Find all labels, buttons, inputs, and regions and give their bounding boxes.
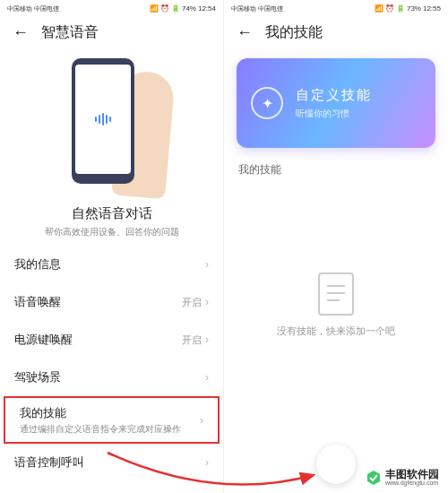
back-icon[interactable]: ← <box>237 23 253 42</box>
chevron-right-icon: › <box>205 371 209 384</box>
watermark-logo-icon <box>366 470 382 486</box>
empty-state: 没有技能，快来添加一个吧 <box>224 272 448 338</box>
battery-icon: 🔋 <box>396 4 405 13</box>
row-label: 电源键唤醒 <box>14 332 73 348</box>
chevron-right-icon: › <box>205 333 209 346</box>
card-subtitle: 听懂你的习惯 <box>296 108 372 120</box>
document-icon <box>318 272 354 316</box>
chevron-right-icon: › <box>205 258 209 271</box>
carrier-label: 中国移动 中国电信 <box>231 5 283 12</box>
chevron-right-icon: › <box>205 456 209 469</box>
watermark: 丰图软件园 www.dgfengtu.com <box>362 467 443 488</box>
status-right: 📶 ⏰ 🔋 73% 12:55 <box>375 4 441 13</box>
row-label: 我的信息 <box>14 256 61 272</box>
section-label: 我的技能 <box>224 157 448 183</box>
hero-title: 自然语音对话 <box>0 205 223 222</box>
custom-skill-card[interactable]: ✦ 自定义技能 听懂你的习惯 <box>237 58 435 148</box>
carrier-label: 中国移动 中国电信 <box>7 5 59 12</box>
row-value: 开启 <box>182 296 202 309</box>
header: ← 我的技能 <box>224 16 448 49</box>
annotation-highlight: 我的技能 通过编排自定义语音指令来完成对应操作 › <box>4 396 220 444</box>
magic-wand-icon: ✦ <box>251 87 283 119</box>
screen-voice-settings: 中国移动 中国电信 📶 ⏰ 🔋 74% 12:54 ← 智慧语音 自然语音对话 <box>0 0 224 493</box>
battery-icon: 🔋 <box>171 4 180 13</box>
page-title: 智慧语音 <box>41 23 99 42</box>
row-my-info[interactable]: 我的信息 › <box>0 246 223 283</box>
watermark-name: 丰图软件园 <box>385 469 439 480</box>
row-label: 语音控制呼叫 <box>14 454 84 471</box>
signal-icon: 📶 <box>150 4 159 13</box>
time-label: 12:54 <box>198 4 216 13</box>
alarm-icon: ⏰ <box>160 4 169 13</box>
time-label: 12:55 <box>423 4 441 13</box>
dual-screenshot: 中国移动 中国电信 📶 ⏰ 🔋 74% 12:54 ← 智慧语音 自然语音对话 <box>0 0 448 493</box>
row-power-wake[interactable]: 电源键唤醒 开启› <box>0 321 223 359</box>
row-label: 语音唤醒 <box>14 294 61 310</box>
card-title: 自定义技能 <box>296 87 372 104</box>
empty-text: 没有技能，快来添加一个吧 <box>277 324 395 338</box>
row-driving[interactable]: 驾驶场景 › <box>0 359 223 396</box>
row-my-skills[interactable]: 我的技能 通过编排自定义语音指令来完成对应操作 › <box>5 398 218 442</box>
hero-text: 自然语音对话 帮你高效使用设备、回答你的问题 <box>0 202 223 246</box>
add-skill-fab[interactable] <box>316 445 356 484</box>
row-voice-call[interactable]: 语音控制呼叫 › <box>0 444 223 481</box>
row-label: 驾驶场景 <box>14 369 61 385</box>
chevron-right-icon: › <box>205 296 209 308</box>
battery-percent: 74% <box>182 4 196 13</box>
status-bar: 中国移动 中国电信 📶 ⏰ 🔋 73% 12:55 <box>224 0 448 16</box>
battery-percent: 73% <box>407 4 421 13</box>
screen-my-skills: 中国移动 中国电信 📶 ⏰ 🔋 73% 12:55 ← 我的技能 ✦ 自定义技能… <box>224 0 448 493</box>
signal-icon: 📶 <box>375 4 383 13</box>
status-right: 📶 ⏰ 🔋 74% 12:54 <box>150 4 216 13</box>
status-bar: 中国移动 中国电信 📶 ⏰ 🔋 74% 12:54 <box>0 0 223 16</box>
row-label: 我的技能 <box>20 405 181 421</box>
hero-illustration <box>0 49 223 202</box>
alarm-icon: ⏰ <box>385 4 394 13</box>
voice-wave-icon <box>95 113 111 125</box>
watermark-url: www.dgfengtu.com <box>385 480 439 486</box>
row-desc: 通过编排自定义语音指令来完成对应操作 <box>20 423 181 435</box>
page-title: 我的技能 <box>265 23 323 42</box>
chevron-right-icon: › <box>200 414 203 427</box>
header: ← 智慧语音 <box>0 16 223 49</box>
row-value: 开启 <box>182 333 202 347</box>
back-icon[interactable]: ← <box>13 23 29 42</box>
row-voice-wake[interactable]: 语音唤醒 开启› <box>0 283 223 321</box>
hero-desc: 帮你高效使用设备、回答你的问题 <box>0 226 223 238</box>
